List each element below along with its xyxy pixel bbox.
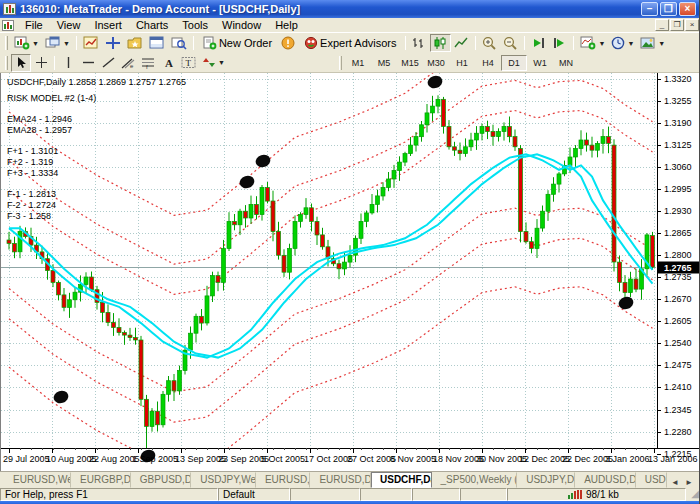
menu-file[interactable]: File [18, 18, 50, 32]
status-panel-empty [290, 488, 360, 501]
cursor-button[interactable] [11, 54, 31, 72]
mdi-restore-button[interactable]: ❒ [670, 19, 684, 31]
tab-scroll-right-icon[interactable]: ► [683, 478, 695, 487]
svg-text:A: A [165, 57, 173, 69]
timeframe-mn[interactable]: MN [553, 55, 579, 71]
chart-tab-usdchf-daily[interactable]: USDCHF,Daily [371, 472, 432, 488]
arrows-button[interactable]: ▼ [199, 54, 228, 72]
terminal-icon [149, 36, 165, 50]
chart-tab-eurusd-daily[interactable]: EURUSD,Daily [310, 472, 371, 488]
svg-text:1.2410: 1.2410 [664, 382, 692, 392]
chart-shift-button[interactable] [549, 34, 570, 52]
svg-text:F+1 - 1.3101: F+1 - 1.3101 [7, 146, 58, 156]
vertical-line-button[interactable] [58, 54, 78, 72]
timeframe-m15[interactable]: M15 [397, 55, 423, 71]
alert-icon [281, 36, 295, 50]
auto-scroll-icon [531, 36, 546, 50]
new-chart-button[interactable]: ▼ [11, 34, 42, 52]
timeframe-m5[interactable]: M5 [371, 55, 397, 71]
text-label-button[interactable]: T [178, 54, 199, 72]
text-button[interactable]: A [158, 54, 178, 72]
toolbar-grip[interactable] [5, 36, 8, 50]
svg-text:1.2345: 1.2345 [664, 405, 692, 415]
chart-tab-usd[interactable]: USD [636, 472, 667, 488]
chart-tab-eurusd-weekly[interactable]: EURUSD,Weekly [4, 472, 71, 488]
menu-view[interactable]: View [50, 18, 88, 32]
timeframe-h4[interactable]: H4 [475, 55, 501, 71]
periods-button[interactable]: ▼ [608, 34, 637, 52]
svg-text:T: T [186, 58, 192, 68]
zoom-out-icon [503, 36, 518, 50]
chart-tab-gbpusd-daily[interactable]: GBPUSD,Daily [131, 472, 192, 488]
chart-tab-usdjpy-daily[interactable]: USDJPY,Daily [517, 472, 575, 488]
templates-icon [640, 36, 656, 50]
templates-button[interactable]: ▼ [637, 34, 668, 52]
zoom-in-icon [482, 36, 497, 50]
data-window-button[interactable] [102, 34, 124, 52]
expert-advisors-button[interactable]: Expert Advisors [298, 34, 402, 52]
timeframe-h1[interactable]: H1 [449, 55, 475, 71]
svg-text:1.2765: 1.2765 [664, 263, 692, 273]
mdi-close-button[interactable]: × [685, 19, 699, 31]
tab-scroll-left-icon[interactable]: ◄ [669, 478, 681, 487]
bar-chart-mode-button[interactable] [409, 34, 430, 52]
toolbar-grip[interactable] [339, 56, 342, 70]
menu-tools[interactable]: Tools [175, 18, 215, 32]
svg-text:1.2995: 1.2995 [664, 184, 692, 194]
strategy-tester-icon [171, 36, 187, 50]
menu-help[interactable]: Help [268, 18, 305, 32]
timeframes-toolbar: M1M5M15M30H1H4D1W1MN [345, 55, 579, 71]
strategy-tester-button[interactable] [168, 34, 190, 52]
timeframe-w1[interactable]: W1 [527, 55, 553, 71]
timeframe-d1[interactable]: D1 [501, 55, 527, 71]
chart-mdi-icon[interactable] [2, 20, 14, 31]
terminal-button[interactable] [146, 34, 168, 52]
new-order-button[interactable]: New Order [197, 34, 278, 52]
connection-bars-icon [568, 490, 582, 499]
menu-window[interactable]: Window [215, 18, 268, 32]
svg-text:e: e [130, 63, 134, 69]
alert-button[interactable] [278, 34, 298, 52]
menu-insert[interactable]: Insert [87, 18, 129, 32]
timeframe-m1[interactable]: M1 [345, 55, 371, 71]
text-label-icon: T [181, 56, 196, 69]
svg-text:RISK MODEL #2 (1-4): RISK MODEL #2 (1-4) [7, 93, 96, 103]
auto-scroll-button[interactable] [528, 34, 549, 52]
navigator-button[interactable] [124, 34, 146, 52]
status-profile[interactable]: Default [218, 488, 290, 501]
chart-tab-eurusd-h1[interactable]: EURUSD,H1 [256, 472, 311, 488]
minimize-button[interactable]: – [641, 2, 658, 16]
zoom-out-button[interactable] [500, 34, 521, 52]
chart-tabs: EURUSD,WeeklyEURGBP,DailyGBPUSD,DailyUSD… [4, 472, 667, 488]
horizontal-line-button[interactable] [78, 54, 98, 72]
timeframe-m30[interactable]: M30 [423, 55, 449, 71]
close-button[interactable]: × [679, 2, 696, 16]
line-chart-mode-button[interactable] [451, 34, 472, 52]
indicators-button[interactable]: ▼ [577, 34, 608, 52]
candlestick-mode-button[interactable] [430, 34, 451, 52]
chart-tab-audusd-daily[interactable]: AUDUSD,Daily [575, 472, 636, 488]
resize-grip[interactable]: ◢ [686, 488, 699, 501]
chart-tab--sp500-weekly-offline-[interactable]: _SP500,Weekly (offline) [432, 472, 518, 488]
toolbar-grip[interactable] [5, 56, 8, 70]
status-traffic: 98/1 kb [586, 489, 619, 500]
zoom-in-button[interactable] [479, 34, 500, 52]
chart-tab-usdjpy-weekly[interactable]: USDJPY,Weekly [191, 472, 256, 488]
trendline-button[interactable] [98, 54, 118, 72]
market-watch-button[interactable] [80, 34, 102, 52]
equidistant-channel-button[interactable]: e [118, 54, 138, 72]
metatrader-window: 136010: MetaTrader - Demo Account - [USD… [0, 0, 700, 504]
svg-text:1.2605: 1.2605 [664, 316, 692, 326]
profiles-button[interactable]: ▼ [42, 34, 73, 52]
equidistant-channel-icon: e [121, 56, 135, 69]
fibonacci-button[interactable]: f [138, 54, 158, 72]
expert-advisors-icon [304, 36, 318, 50]
price-chart[interactable]: 1.33201.32551.31901.31251.30601.29951.29… [1, 73, 700, 471]
svg-text:3 Jan 2006: 3 Jan 2006 [605, 454, 650, 464]
mdi-minimize-button[interactable]: _ [655, 19, 669, 31]
chart-tab-eurgbp-daily[interactable]: EURGBP,Daily [71, 472, 131, 488]
maximize-button[interactable]: ❒ [660, 2, 677, 16]
crosshair-button[interactable] [31, 54, 51, 72]
dropdown-arrow-icon: ▼ [658, 40, 665, 47]
menu-charts[interactable]: Charts [129, 18, 175, 32]
